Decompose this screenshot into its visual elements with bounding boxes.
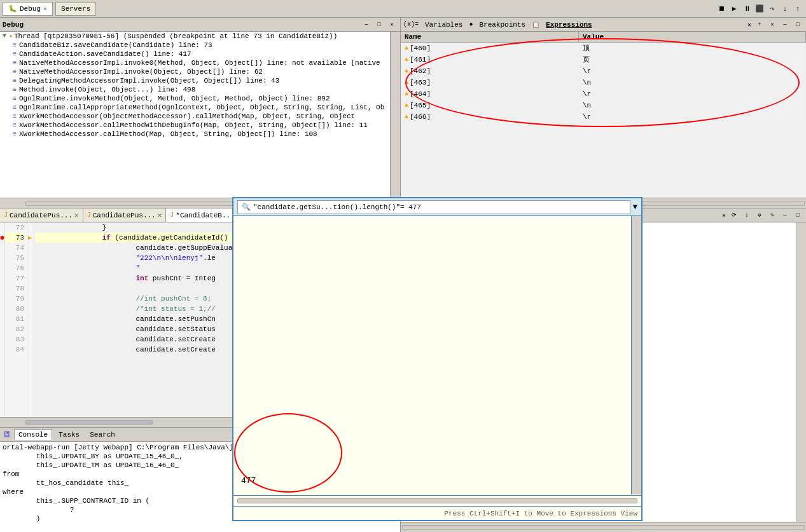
- expression-popup: 🔍 "candidate.getSu...tion().length()"= 4…: [232, 197, 643, 521]
- console-tab-console[interactable]: Console: [14, 429, 52, 440]
- popup-search-box[interactable]: 🔍 "candidate.getSu...tion().length()"= 4…: [237, 200, 630, 214]
- popup-dropdown-icon[interactable]: ▼: [633, 203, 637, 212]
- stack-frame-2[interactable]: ≡NativeMethodAccessorImpl.invoke0(Method…: [0, 58, 390, 67]
- stack-frame-label-7: OgnlRuntime.callAppropriateMethod(OgnlCo…: [19, 104, 384, 111]
- warn-icon-4: ▲: [405, 90, 408, 97]
- stack-frame-1[interactable]: ≡CandidateAction.saveCandidate() line: 4…: [0, 50, 390, 58]
- popup-footer-text: Press Ctrl+Shift+I to Move to Expression…: [444, 510, 637, 517]
- minimize-icon[interactable]: —: [361, 19, 372, 31]
- disconnect-icon[interactable]: ⬛: [754, 3, 765, 15]
- stack-frame-5[interactable]: ≡Method.invoke(Object, Object...) line: …: [0, 85, 390, 94]
- maximize-expressions-icon[interactable]: □: [792, 19, 803, 31]
- expression-row-2[interactable]: ▲ [462] \r: [401, 65, 806, 77]
- resume-icon[interactable]: ▶: [728, 3, 740, 15]
- warn-icon-3: ▲: [405, 79, 408, 86]
- thread-item[interactable]: ▼ ⬥ Thread [qtp2035070981-56] (Suspended…: [0, 32, 390, 41]
- debug-panel-icons: — □ ✕: [361, 19, 398, 31]
- expr-value-3: \n: [579, 78, 806, 87]
- tab-close-0[interactable]: ✕: [74, 211, 79, 219]
- outline-toolbar-icon2[interactable]: ↕: [741, 210, 753, 221]
- stack-frame-label-8: XWorkMethodAccessor(ObjectMethodAccessor…: [19, 113, 355, 120]
- expr-value-6: \r: [579, 113, 806, 121]
- console-tab-tasks[interactable]: Tasks: [55, 430, 83, 440]
- debug-vertical-scrollbar[interactable]: [390, 32, 400, 198]
- stack-frame-label-3: NativeMethodAccessorImpl.invoke(Object, …: [19, 68, 263, 76]
- expression-row-6[interactable]: ▲ [466] \r: [401, 111, 806, 123]
- stack-frame-icon-10: ≡: [13, 131, 17, 138]
- outline-close[interactable]: ✕: [722, 212, 726, 219]
- stack-frame-7[interactable]: ≡OgnlRuntime.callAppropriateMethod(OgnlC…: [0, 103, 390, 112]
- stack-frame-label-4: DelegatingMethodAccessorImpl.invoke(Obje…: [19, 77, 279, 85]
- debug-tab-close[interactable]: ✕: [43, 5, 47, 13]
- maximize-icon[interactable]: □: [373, 19, 385, 31]
- stack-frame-label-5: Method.invoke(Object, Object...) line: 4…: [19, 86, 195, 93]
- outline-vertical-scrollbar[interactable]: [796, 222, 806, 522]
- stack-frame-3[interactable]: ≡NativeMethodAccessorImpl.invoke(Object,…: [0, 67, 390, 76]
- console-tab-search[interactable]: Search: [86, 430, 119, 440]
- stack-frame-6[interactable]: ≡OgnlRuntime.invokeMethod(Object, Method…: [0, 94, 390, 103]
- expression-row-5[interactable]: ▲ [465] \n: [401, 100, 806, 111]
- stack-frame-0[interactable]: ≡CandidateBiz.saveCandidate(Candidate) l…: [0, 41, 390, 50]
- stepinto-icon[interactable]: ↓: [779, 3, 791, 15]
- outline-toolbar-icon4[interactable]: ✎: [767, 210, 778, 221]
- debug-tab-label: Debug: [20, 5, 41, 13]
- stepover-icon[interactable]: ↷: [767, 3, 778, 15]
- expressions-close[interactable]: ✕: [747, 21, 751, 29]
- editor-tab-0[interactable]: J CandidatePus... ✕: [0, 208, 83, 222]
- popup-right-scrollbar[interactable]: [631, 216, 641, 494]
- stack-frame-icon-8: ≡: [13, 113, 17, 120]
- stack-frame-label-1: CandidateAction.saveCandidate() line: 41…: [19, 50, 191, 58]
- stack-frame-4[interactable]: ≡DelegatingMethodAccessorImpl.invoke(Obj…: [0, 76, 390, 85]
- outline-toolbar-icon1[interactable]: ⟳: [728, 210, 740, 221]
- tab-close-1[interactable]: ✕: [158, 211, 162, 219]
- servers-tab[interactable]: Servers: [55, 2, 96, 16]
- expression-row-0[interactable]: ▲ [460] 顶: [401, 43, 806, 54]
- expr-name-5: ▲ [465]: [401, 101, 579, 110]
- outline-toolbar-icon3[interactable]: ⊕: [754, 210, 765, 221]
- stepout-icon[interactable]: ↑: [792, 3, 803, 15]
- breakpoints-tab-icon: ●: [469, 21, 473, 28]
- expressions-panel: (x)= Variables ● Breakpoints 📋 Expressio…: [401, 18, 806, 208]
- terminate-icon[interactable]: ⏹: [716, 3, 727, 15]
- expression-row-4[interactable]: ▲ [464] \r: [401, 88, 806, 100]
- stack-frame-8[interactable]: ≡XWorkMethodAccessor(ObjectMethodAccesso…: [0, 112, 390, 121]
- expression-row-1[interactable]: ▲ [461] 页: [401, 54, 806, 65]
- expressions-tab[interactable]: Expressions: [542, 20, 596, 30]
- add-expression-icon[interactable]: +: [754, 19, 765, 31]
- expr-value-2: \r: [579, 67, 806, 76]
- debug-panel-title: Debug: [3, 21, 24, 29]
- remove-expression-icon[interactable]: ✕: [767, 19, 778, 31]
- expr-value-4: \r: [579, 90, 806, 99]
- expr-value-0: 顶: [579, 43, 806, 53]
- suspend-icon[interactable]: ⏸: [741, 3, 753, 15]
- popup-search-icon: 🔍: [242, 203, 251, 211]
- stack-frame-icon-5: ≡: [13, 86, 17, 93]
- warn-icon-2: ▲: [405, 67, 408, 74]
- line-numbers: 72 73 74 75 76 77 78 79 80 81 82 83 84: [5, 222, 27, 417]
- minimize-expressions-icon[interactable]: —: [779, 19, 791, 31]
- stack-frame-label-0: CandidateBiz.saveCandidate(Candidate) li…: [19, 41, 212, 49]
- stack-frame-10[interactable]: ≡XWorkMethodAccessor.callMethod(Map, Obj…: [0, 130, 390, 139]
- variables-tab[interactable]: Variables: [421, 20, 466, 30]
- expr-name-0: ▲ [460]: [401, 44, 579, 53]
- outline-minimize-icon[interactable]: —: [779, 210, 791, 221]
- expr-name-6: ▲ [466]: [401, 113, 579, 121]
- stack-frame-9[interactable]: ≡XWorkMethodAccessor.callMethodWithDebug…: [0, 121, 390, 130]
- breakpoints-tab[interactable]: Breakpoints: [475, 20, 529, 30]
- debug-tab[interactable]: 🐛 Debug ✕: [3, 2, 53, 16]
- close-panel-icon[interactable]: ✕: [386, 19, 398, 31]
- expressions-table-header: Name Value: [401, 32, 806, 43]
- popup-footer: Press Ctrl+Shift+I to Move to Expression…: [233, 506, 641, 520]
- outline-horizontal-scrollbar[interactable]: [401, 522, 806, 532]
- stack-frame-icon-7: ≡: [13, 104, 17, 111]
- stack-frame-icon-0: ≡: [13, 42, 17, 49]
- thread-bullet: ⬥: [9, 32, 13, 39]
- expression-row-3[interactable]: ▲ [463] \n: [401, 77, 806, 88]
- servers-tab-label: Servers: [61, 5, 90, 13]
- toolbar-icons: ⏹ ▶ ⏸ ⬛ ↷ ↓ ↑: [716, 3, 803, 15]
- thread-expand-icon: ▼: [3, 32, 6, 39]
- outline-maximize-icon[interactable]: □: [792, 210, 803, 221]
- popup-horizontal-scrollbar[interactable]: [237, 498, 637, 503]
- editor-tab-1[interactable]: J CandidatePus... ✕: [83, 208, 167, 222]
- expr-name-2: ▲ [462]: [401, 67, 579, 76]
